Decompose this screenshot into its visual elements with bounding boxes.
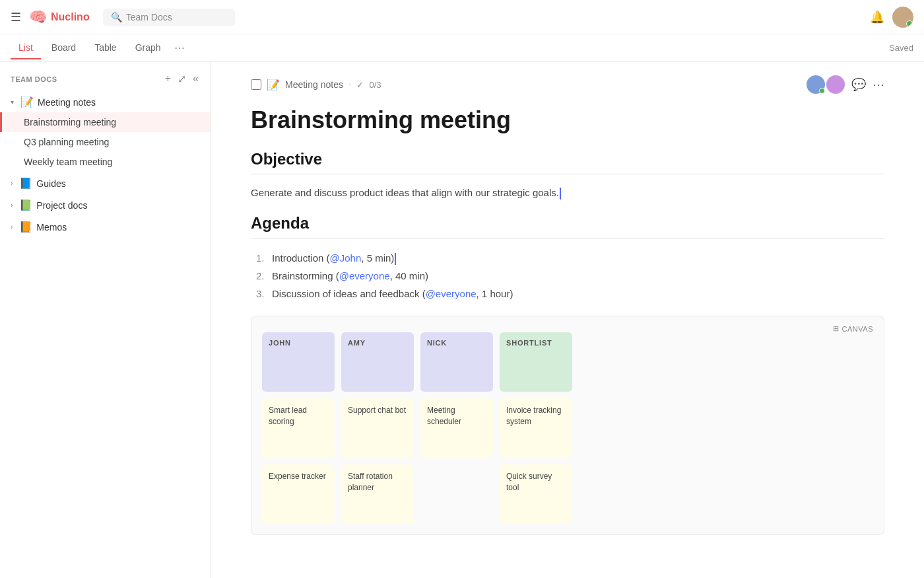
search-bar[interactable]: 🔍 Team Docs: [103, 9, 235, 26]
canvas-container: ⊞ CANVAS JOHN AMY NICK SHORTLIST Smart l…: [251, 316, 884, 535]
objective-heading: Objective: [251, 150, 884, 168]
collaborator-avatar-1: [807, 75, 825, 94]
meeting-notes-label: Meeting notes: [38, 97, 96, 108]
weekly-meeting-label: Weekly team meeting: [24, 157, 112, 167]
memos-label: Memos: [36, 222, 67, 233]
mention-everyone-2: @everyone: [426, 288, 477, 299]
memos-icon: 📙: [19, 221, 32, 233]
canvas-card-staff-rotation[interactable]: Staff rotation planner: [341, 464, 414, 524]
chevron-right-icon-2: ›: [11, 201, 13, 209]
canvas-card-support-chat[interactable]: Support chat bot: [341, 398, 414, 458]
logo-icon: 🧠: [29, 9, 47, 26]
document-title: Brainstorming meeting: [251, 106, 884, 134]
sidebar-group-project-docs: › 📗 Project docs: [0, 195, 211, 215]
tab-list[interactable]: List: [11, 37, 41, 59]
sidebar: TEAM DOCS + ⤢ « ▾ 📝 Meeting notes Brains…: [0, 62, 211, 578]
agenda-list: 1. Introduction (@John, 5 min) 2. Brains…: [251, 249, 884, 303]
brainstorming-label: Brainstorming meeting: [24, 117, 116, 127]
sidebar-group-meeting-notes-header[interactable]: ▾ 📝 Meeting notes: [0, 92, 211, 112]
chevron-right-icon: ›: [11, 180, 13, 187]
mention-john: @John: [330, 252, 362, 264]
sidebar-group-guides: › 📘 Guides: [0, 173, 211, 194]
guides-label: Guides: [36, 178, 65, 189]
breadcrumb-icon: 📝: [267, 79, 280, 91]
agenda-item-3: 3. Discussion of ideas and feedback (@ev…: [256, 285, 884, 303]
chevron-right-icon-3: ›: [11, 223, 13, 231]
agenda-divider: [251, 238, 884, 238]
more-options-icon[interactable]: ⋯: [873, 77, 884, 92]
canvas-label: ⊞ CANVAS: [833, 324, 873, 333]
sidebar-item-brainstorming[interactable]: Brainstorming meeting: [0, 112, 211, 132]
canvas-col-nick: NICK: [420, 332, 493, 392]
agenda-heading: Agenda: [251, 214, 884, 233]
mention-everyone-1: @everyone: [339, 270, 390, 281]
tab-graph[interactable]: Graph: [127, 37, 169, 59]
hamburger-icon[interactable]: ☰: [11, 10, 21, 24]
objective-text: Generate and discuss product ideas that …: [251, 185, 884, 201]
bell-icon[interactable]: 🔔: [870, 10, 884, 24]
collaborator-avatar-2: [826, 75, 845, 94]
agenda-num-1: 1.: [256, 249, 269, 267]
sidebar-group-guides-header[interactable]: › 📘 Guides: [0, 173, 211, 194]
progress-icon: ✓: [356, 80, 364, 90]
doc-checkbox[interactable]: [251, 79, 261, 90]
cursor-2: [395, 253, 396, 265]
q3-planning-label: Q3 planning meeting: [24, 137, 109, 147]
agenda-num-2: 2.: [256, 267, 269, 285]
top-nav: ☰ 🧠 Nuclino 🔍 Team Docs 🔔: [0, 0, 924, 34]
canvas-grid: JOHN AMY NICK SHORTLIST Smart lead scori…: [262, 332, 873, 524]
sidebar-group-memos: › 📙 Memos: [0, 217, 211, 237]
project-docs-label: Project docs: [36, 200, 87, 211]
comment-icon[interactable]: 💬: [851, 77, 866, 92]
tab-more-icon[interactable]: ⋯: [174, 42, 185, 54]
main-layout: TEAM DOCS + ⤢ « ▾ 📝 Meeting notes Brains…: [0, 62, 924, 578]
doc-header-right: 💬 ⋯: [807, 75, 884, 94]
breadcrumb-text: Meeting notes: [285, 79, 343, 90]
agenda-item-2: 2. Brainstorming (@everyone, 40 min): [256, 267, 884, 285]
search-placeholder: Team Docs: [126, 12, 172, 22]
content-area: 📝 Meeting notes · ✓ 0/3 💬 ⋯ Brainstormin…: [211, 62, 924, 578]
tab-table[interactable]: Table: [86, 37, 124, 59]
sidebar-title: TEAM DOCS: [11, 75, 57, 83]
user-avatar[interactable]: [892, 7, 913, 28]
progress-text: 0/3: [369, 80, 381, 90]
guides-icon: 📘: [19, 177, 32, 190]
sidebar-actions: + ⤢ «: [164, 71, 200, 87]
canvas-card-invoice-tracking[interactable]: Invoice tracking system: [500, 398, 572, 458]
sidebar-header: TEAM DOCS + ⤢ «: [0, 62, 211, 92]
canvas-col-john: JOHN: [262, 332, 335, 392]
canvas-card-smart-lead[interactable]: Smart lead scoring: [262, 398, 335, 458]
canvas-col-amy: AMY: [341, 332, 414, 392]
sidebar-group-memos-header[interactable]: › 📙 Memos: [0, 217, 211, 237]
canvas-card-quick-survey[interactable]: Quick survey tool: [500, 464, 572, 524]
doc-header-left: 📝 Meeting notes · ✓ 0/3: [251, 79, 381, 91]
meeting-notes-icon: 📝: [20, 96, 34, 108]
canvas-card-empty: [420, 464, 493, 524]
canvas-col-shortlist: SHORTLIST: [500, 332, 572, 392]
search-icon: 🔍: [111, 12, 122, 22]
sidebar-group-project-docs-header[interactable]: › 📗 Project docs: [0, 195, 211, 215]
agenda-item-1: 1. Introduction (@John, 5 min): [256, 249, 884, 267]
nav-right: 🔔: [870, 7, 913, 28]
logo-text: Nuclino: [51, 11, 90, 23]
sidebar-collapse-button[interactable]: «: [191, 71, 200, 87]
saved-label: Saved: [889, 43, 913, 53]
sidebar-item-weekly-meeting[interactable]: Weekly team meeting: [0, 152, 211, 172]
sidebar-group-meeting-notes: ▾ 📝 Meeting notes Brainstorming meeting …: [0, 92, 211, 172]
sidebar-add-button[interactable]: +: [164, 71, 172, 87]
chevron-down-icon: ▾: [11, 98, 14, 106]
agenda-num-3: 3.: [256, 285, 269, 303]
objective-divider: [251, 174, 884, 174]
canvas-icon: ⊞: [833, 324, 840, 333]
sidebar-expand-button[interactable]: ⤢: [176, 71, 187, 87]
canvas-card-meeting-scheduler[interactable]: Meeting scheduler: [420, 398, 493, 458]
tab-bar: List Board Table Graph ⋯ Saved: [0, 34, 924, 62]
project-docs-icon: 📗: [19, 199, 32, 211]
text-cursor: [560, 188, 561, 199]
tab-board[interactable]: Board: [44, 37, 84, 59]
sidebar-item-q3-planning[interactable]: Q3 planning meeting: [0, 132, 211, 152]
logo[interactable]: 🧠 Nuclino: [29, 9, 90, 26]
canvas-card-expense-tracker[interactable]: Expense tracker: [262, 464, 335, 524]
